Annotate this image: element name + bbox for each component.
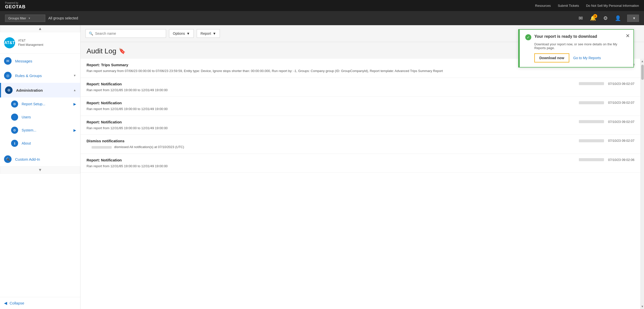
audit-timestamp: 07/10/23 09:02:07	[608, 139, 634, 143]
resources-link[interactable]: Resources	[535, 4, 551, 8]
report-setup-label: Report Setup...	[22, 102, 45, 106]
toast-header: ✓ Your report is ready to download	[525, 34, 628, 40]
sidebar-item-messages[interactable]: ✉ Messages	[0, 54, 80, 68]
report-arrow-icon: ▼	[213, 31, 216, 36]
audit-timestamp: 07/10/23 09:02:06	[608, 158, 634, 162]
geotab-logo-text: GEOTAB	[5, 4, 26, 10]
sidebar-company-logo: AT&T AT&T Fleet Management	[0, 32, 80, 54]
bookmark-icon[interactable]: 🔖	[119, 48, 126, 54]
audit-timestamp: 07/10/23 09:02:07	[608, 82, 634, 86]
audit-item-desc: Ran report from 12/31/85 19:00:00 to 12/…	[87, 126, 634, 131]
audit-timestamp: 07/10/23 09:02:07	[608, 101, 634, 105]
audit-item-right: 07/10/23 09:02:06	[579, 158, 634, 162]
sidebar-item-system[interactable]: ⚙ System... ▶	[0, 124, 80, 137]
sidebar-collapse-button[interactable]: ◀ Collapse	[0, 297, 80, 309]
sub-header-left: Groups filter ▼ All groups selected	[5, 15, 78, 22]
groups-filter-arrow-icon: ▼	[28, 17, 31, 20]
dismiss-desc-text: dismissed All notification(s) at 07/10/2…	[114, 145, 184, 149]
options-label: Options	[173, 31, 185, 36]
audit-item-desc: Ran report from 12/31/85 19:00:00 to 12/…	[87, 107, 634, 112]
audit-item-right: 07/10/23 09:02:07	[579, 120, 634, 124]
audit-item-right: 07/10/23 09:02:07	[579, 82, 634, 86]
download-now-button[interactable]: Download now	[534, 53, 569, 62]
audit-item-header: Dismiss notifications 07/10/23 09:02:07	[87, 139, 634, 143]
top-bar: Powered by GEOTAB Resources Submit Ticke…	[0, 0, 644, 11]
toast-check-icon: ✓	[525, 34, 531, 40]
sidebar-item-about[interactable]: ℹ About	[0, 137, 80, 150]
submit-tickets-link[interactable]: Submit Tickets	[558, 4, 579, 8]
table-row: Report: Notification 07/10/23 09:02:06 R…	[80, 154, 640, 173]
right-scrollbar[interactable]: ▲ ▼	[640, 59, 644, 309]
audit-list: Report: Trips Summary 07/10/23 09:02:10 …	[80, 59, 640, 309]
audit-item-desc: Ran report summary from 07/06/23 00:00:0…	[87, 68, 634, 74]
rules-groups-nav-icon: ◎	[4, 72, 12, 79]
users-icon: 👤	[11, 114, 18, 121]
user-icon-button[interactable]: 👤	[614, 14, 622, 22]
scroll-down-arrow[interactable]: ▼	[641, 304, 644, 309]
search-input[interactable]	[95, 31, 163, 36]
audit-item-right: 07/10/23 09:02:07	[579, 139, 634, 143]
sidebar-item-administration[interactable]: ⚙ Administration ▲	[0, 83, 80, 97]
audit-item-title: Report: Notification	[87, 158, 122, 162]
sidebar-scroll-up[interactable]: ▲	[0, 25, 80, 32]
report-label: Report	[200, 31, 211, 36]
collapse-label: Collapse	[10, 301, 24, 305]
audit-item-header: Report: Notification 07/10/23 09:02:07	[87, 120, 634, 124]
toast-title: Your report is ready to download	[534, 34, 597, 39]
administration-chevron-icon: ▲	[73, 88, 76, 92]
do-not-sell-link[interactable]: Do Not Sell My Personal Information	[586, 4, 639, 8]
page-title-text: Audit Log	[87, 47, 116, 55]
sidebar-company-name: AT&T Fleet Management	[18, 39, 43, 47]
scroll-thumb[interactable]	[641, 65, 644, 80]
system-label: System...	[22, 128, 36, 132]
main-layout: ▲ AT&T AT&T Fleet Management ✉ Messages …	[0, 25, 644, 309]
scroll-up-arrow[interactable]: ▲	[641, 59, 644, 64]
messages-nav-icon: ✉	[4, 57, 12, 65]
audit-item-title: Dismiss notifications	[87, 139, 125, 143]
administration-nav-label: Administration	[16, 88, 70, 92]
sidebar-item-users[interactable]: 👤 Users	[0, 111, 80, 124]
notifications-icon-button[interactable]: 🔔 1	[589, 14, 597, 22]
user-menu-button[interactable]: ▼	[627, 15, 639, 22]
audit-item-desc: Ran report from 12/31/85 19:00:00 to 12/…	[87, 164, 634, 169]
audit-item-header: Report: Notification 07/10/23 09:02:07	[87, 82, 634, 86]
options-arrow-icon: ▼	[186, 31, 190, 36]
report-button[interactable]: Report ▼	[197, 29, 220, 38]
audit-item-desc: Ran report from 12/31/85 19:00:00 to 12/…	[87, 88, 634, 93]
options-button[interactable]: Options ▼	[169, 29, 194, 38]
messages-icon-button[interactable]: ✉	[578, 14, 584, 22]
search-icon: 🔍	[89, 31, 93, 36]
search-box: 🔍	[86, 29, 166, 38]
table-row: Report: Notification 07/10/23 09:02:07 R…	[80, 116, 640, 135]
audit-item-title: Report: Notification	[87, 101, 122, 105]
att-logo-icon: AT&T	[4, 37, 15, 48]
toast-notification: ✕ ✓ Your report is ready to download Dow…	[518, 29, 634, 67]
system-icon: ⚙	[11, 127, 18, 134]
about-label: About	[22, 141, 31, 145]
user-redacted-bar	[92, 146, 112, 149]
sub-header-right: ✉ 🔔 1 ⚙ 👤 ▼	[578, 14, 639, 22]
audit-user-bar	[579, 101, 604, 104]
audit-item-desc: dismissed All notification(s) at 07/10/2…	[87, 145, 634, 150]
sidebar-item-rules-groups[interactable]: ◎ Rules & Groups ▼	[0, 68, 80, 83]
audit-user-bar	[579, 139, 604, 142]
sub-header: Groups filter ▼ All groups selected ✉ 🔔 …	[0, 11, 644, 25]
geotab-logo: Powered by GEOTAB	[5, 2, 26, 10]
sidebar-item-report-setup[interactable]: ⚙ Report Setup... ▶	[0, 97, 80, 111]
rules-groups-nav-label: Rules & Groups	[15, 74, 70, 78]
sidebar-scroll-down[interactable]: ▼	[0, 166, 80, 174]
settings-icon-button[interactable]: ⚙	[602, 14, 609, 22]
users-label: Users	[22, 115, 31, 119]
collapse-arrow-icon: ◀	[4, 301, 7, 305]
goto-reports-link[interactable]: Go to My Reports	[573, 56, 601, 60]
toast-close-button[interactable]: ✕	[626, 33, 630, 39]
system-chevron-icon: ▶	[73, 128, 76, 132]
top-bar-left: Powered by GEOTAB	[5, 2, 26, 10]
sidebar-item-custom-add-in[interactable]: 🔌 Custom Add-In	[0, 152, 80, 166]
groups-filter-button[interactable]: Groups filter ▼	[5, 15, 45, 22]
audit-item-title: Report: Notification	[87, 82, 122, 86]
powered-by-text: Powered by GEOTAB	[5, 2, 26, 10]
table-row: Dismiss notifications 07/10/23 09:02:07 …	[80, 135, 640, 154]
audit-user-bar	[579, 158, 604, 161]
about-icon: ℹ	[11, 140, 18, 147]
